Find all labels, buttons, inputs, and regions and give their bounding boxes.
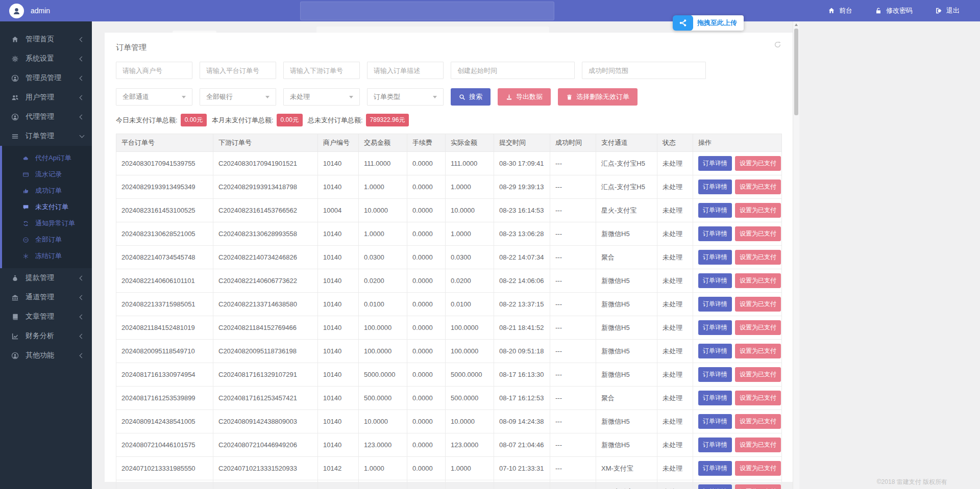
column-header: 平台订单号 [116, 134, 213, 152]
order-detail-button[interactable]: 订单详情 [698, 344, 732, 358]
main-content: 订单管理 全部通道全部银行未处理订单类型搜索导出数据选择删除无效订单 今日未支付… [92, 21, 980, 489]
set-paid-button[interactable]: 设置为已支付 [735, 273, 781, 288]
cell: 0.0100 [359, 293, 407, 316]
chevron-left-icon [80, 56, 85, 61]
delete-invalid-orders-button[interactable]: 选择删除无效订单 [558, 88, 638, 106]
sidebar-item-withdraw-management[interactable]: 提款管理 [0, 268, 92, 288]
cell: 20240830170941539755 [116, 152, 213, 175]
cell: 08-09 14:24:38 [494, 410, 550, 433]
drag-upload-widget[interactable]: 拖拽至此上传 [673, 15, 744, 31]
column-header: 操作 [693, 134, 782, 152]
sidebar-item-article-management[interactable]: 文章管理 [0, 307, 92, 326]
submenu-item-flow-records[interactable]: 流水记录 [2, 166, 92, 183]
submenu-item-unpaid-orders[interactable]: 未支付订单 [2, 199, 92, 215]
order-detail-button[interactable]: 订单详情 [698, 320, 732, 335]
set-paid-button[interactable]: 设置为已支付 [735, 320, 781, 335]
nav-link-front[interactable]: 前台 [828, 6, 852, 15]
set-paid-button[interactable]: 设置为已支付 [735, 297, 781, 312]
sidebar-item-user-management[interactable]: 用户管理 [0, 88, 92, 107]
sidebar-item-label: 通道管理 [26, 293, 80, 302]
order-detail-button[interactable]: 订单详情 [698, 391, 732, 405]
withdraw-icon [11, 274, 19, 282]
chevron-down-icon [80, 133, 85, 138]
set-paid-button[interactable]: 设置为已支付 [735, 461, 781, 476]
status-select[interactable]: 未处理 [283, 88, 360, 106]
nav-link-logout[interactable]: 退出 [935, 6, 960, 15]
sidebar-item-order-management[interactable]: 订单管理 [0, 126, 92, 146]
submenu-item-label: 成功订单 [35, 186, 62, 195]
set-paid-button[interactable]: 设置为已支付 [735, 344, 781, 358]
sidebar-item-home[interactable]: 管理首页 [0, 30, 92, 49]
order-detail-button[interactable]: 订单详情 [698, 414, 732, 429]
platform-order-no-input[interactable] [200, 62, 276, 79]
set-paid-button[interactable]: 设置为已支付 [735, 226, 781, 241]
order-type-select[interactable]: 订单类型 [367, 88, 444, 106]
merchant-no-input[interactable] [116, 62, 192, 79]
cell: 0.0200 [446, 269, 494, 293]
submenu-item-api-payout-orders[interactable]: 代付Api订单 [2, 150, 92, 166]
cell: 20240710213331985550 [116, 457, 213, 480]
nav-link-change-password[interactable]: 修改密码 [875, 6, 913, 15]
cell: C20240817161329107291 [213, 363, 318, 387]
set-paid-button[interactable]: 设置为已支付 [735, 156, 781, 171]
submenu-item-frozen-orders[interactable]: 冻结订单 [2, 248, 92, 264]
order-detail-button[interactable]: 订单详情 [698, 203, 732, 218]
order-detail-button[interactable]: 订单详情 [698, 437, 732, 452]
cell: 0.0200 [359, 269, 407, 293]
cell: 0.0300 [359, 246, 407, 269]
sidebar-item-finance-analysis[interactable]: 财务分析 [0, 326, 92, 346]
bank-select[interactable]: 全部银行 [200, 88, 276, 106]
order-detail-button[interactable]: 订单详情 [698, 461, 732, 476]
sidebar-item-agent-management[interactable]: 代理管理 [0, 107, 92, 126]
cell: 20240822140734545748 [116, 246, 213, 269]
scrollbar-thumb[interactable] [794, 29, 798, 115]
search-button[interactable]: 搜索 [451, 88, 491, 106]
sidebar-item-system-settings[interactable]: 系统设置 [0, 49, 92, 68]
order-detail-button[interactable]: 订单详情 [698, 179, 732, 194]
sidebar-item-admin-management[interactable]: 管理员管理 [0, 68, 92, 88]
export-data-button[interactable]: 导出数据 [498, 88, 551, 106]
set-paid-button[interactable]: 设置为已支付 [735, 484, 781, 489]
refresh-icon[interactable] [774, 41, 781, 50]
submenu-item-success-orders[interactable]: 成功订单 [2, 183, 92, 199]
scrollbar-up-arrow-icon[interactable] [795, 23, 798, 26]
status-cell: 未处理 [657, 387, 693, 410]
order-detail-button[interactable]: 订单详情 [698, 297, 732, 312]
cell: 10140 [318, 433, 359, 457]
order-detail-button[interactable]: 订单详情 [698, 250, 732, 265]
chevron-down-icon [265, 96, 270, 98]
create-start-time-input[interactable] [451, 62, 575, 79]
vertical-scrollbar[interactable] [793, 21, 799, 489]
cell: C20240710213057924553 [213, 480, 318, 489]
order-detail-button[interactable]: 订单详情 [698, 273, 732, 288]
comment-icon [22, 204, 30, 211]
button-label: 导出数据 [516, 92, 543, 101]
set-paid-button[interactable]: 设置为已支付 [735, 250, 781, 265]
avatar[interactable] [9, 4, 24, 18]
order-detail-button[interactable]: 订单详情 [698, 156, 732, 171]
order-detail-button[interactable]: 订单详情 [698, 226, 732, 241]
nav-link-label: 退出 [946, 6, 960, 15]
actions-cell: 订单详情设置为已支付 [693, 457, 782, 480]
order-detail-button[interactable]: 订单详情 [698, 484, 732, 489]
chevron-left-icon [80, 114, 85, 119]
channel-select[interactable]: 全部通道 [116, 88, 192, 106]
sidebar-item-channel-management[interactable]: 通道管理 [0, 288, 92, 307]
success-time-range-input[interactable] [582, 62, 706, 79]
sidebar-item-other-functions[interactable]: 其他功能 [0, 346, 92, 365]
submenu-item-notify-error-orders[interactable]: 通知异常订单 [2, 215, 92, 231]
navbar-brand: admin [0, 4, 92, 18]
filter-selects-row: 全部通道全部银行未处理订单类型搜索导出数据选择删除无效订单 [116, 88, 781, 106]
set-paid-button[interactable]: 设置为已支付 [735, 391, 781, 405]
set-paid-button[interactable]: 设置为已支付 [735, 179, 781, 194]
set-paid-button[interactable]: 设置为已支付 [735, 437, 781, 452]
set-paid-button[interactable]: 设置为已支付 [735, 203, 781, 218]
set-paid-button[interactable]: 设置为已支付 [735, 414, 781, 429]
submenu-item-all-orders[interactable]: 全部订单 [2, 231, 92, 248]
top-navbar: admin 前台修改密码退出 [0, 0, 980, 21]
set-paid-button[interactable]: 设置为已支付 [735, 367, 781, 382]
card-icon [22, 171, 30, 178]
order-description-input[interactable] [367, 62, 444, 79]
downstream-order-no-input[interactable] [283, 62, 360, 79]
order-detail-button[interactable]: 订单详情 [698, 367, 732, 382]
